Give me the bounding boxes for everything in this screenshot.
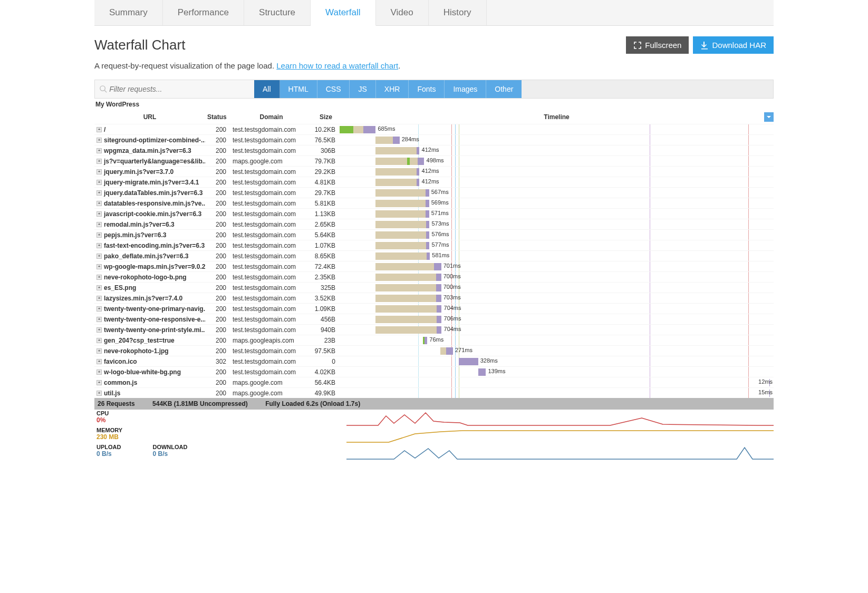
- request-row[interactable]: +twenty-twenty-one-print-style.mi...200t…: [94, 324, 774, 335]
- learn-link[interactable]: Learn how to read a waterfall chart: [276, 61, 398, 70]
- request-row[interactable]: +js?v=quarterly&language=es&lib...200map…: [94, 155, 774, 166]
- expand-icon[interactable]: +: [97, 180, 102, 185]
- size-cell: 56.4KB: [312, 379, 340, 386]
- request-row[interactable]: +favicon.ico302test.testsgdomain.com0328…: [94, 356, 774, 366]
- fullscreen-button[interactable]: Fullscreen: [626, 36, 689, 54]
- expand-icon[interactable]: +: [97, 148, 102, 153]
- network-metric: UPLOAD 0 B/s DOWNLOAD 0 B/s: [94, 443, 774, 460]
- expand-icon[interactable]: +: [97, 190, 102, 196]
- filter-all[interactable]: All: [254, 80, 280, 98]
- expand-icon[interactable]: +: [97, 127, 102, 132]
- expand-icon[interactable]: +: [97, 380, 102, 385]
- request-row[interactable]: +common.js200maps.google.com56.4KB12ms: [94, 377, 774, 387]
- request-row[interactable]: +w-logo-blue-white-bg.png200test.testsgd…: [94, 366, 774, 377]
- request-row[interactable]: +twenty-twenty-one-responsive-e...200tes…: [94, 314, 774, 324]
- url-text: neve-rokophoto-1.jpg: [104, 347, 169, 355]
- tab-waterfall[interactable]: Waterfall: [311, 0, 375, 26]
- timeline-dropdown[interactable]: [764, 112, 774, 122]
- domain-cell: test.testsgdomain.com: [230, 242, 312, 249]
- status-cell: 200: [205, 347, 230, 355]
- expand-icon[interactable]: +: [97, 159, 102, 164]
- expand-icon[interactable]: +: [97, 211, 102, 217]
- expand-icon[interactable]: +: [97, 370, 102, 375]
- download-har-button[interactable]: Download HAR: [693, 36, 774, 54]
- request-row[interactable]: +neve-rokophoto-1.jpg200test.testsgdomai…: [94, 345, 774, 356]
- domain-cell: test.testsgdomain.com: [230, 221, 312, 228]
- timeline-cell: 284ms: [340, 135, 774, 145]
- tab-summary[interactable]: Summary: [94, 0, 163, 25]
- request-row[interactable]: +gen_204?csp_test=true200maps.googleapis…: [94, 335, 774, 345]
- expand-icon[interactable]: +: [97, 391, 102, 396]
- request-row[interactable]: +remodal.min.js?ver=6.3200test.testsgdom…: [94, 219, 774, 229]
- expand-icon[interactable]: +: [97, 306, 102, 312]
- request-row[interactable]: +lazysizes.min.js?ver=7.4.0200test.tests…: [94, 293, 774, 303]
- domain-cell: test.testsgdomain.com: [230, 263, 312, 270]
- expand-icon[interactable]: +: [97, 222, 102, 227]
- expand-icon[interactable]: +: [97, 138, 102, 143]
- filter-images[interactable]: Images: [445, 80, 486, 98]
- timeline-cell: 704ms: [340, 325, 774, 335]
- request-row[interactable]: +jquery.dataTables.min.js?ver=6.3200test…: [94, 187, 774, 198]
- filter-html[interactable]: HTML: [280, 80, 317, 98]
- expand-icon[interactable]: +: [97, 264, 102, 269]
- expand-icon[interactable]: +: [97, 348, 102, 354]
- expand-icon[interactable]: +: [97, 285, 102, 290]
- request-row[interactable]: +neve-rokophoto-logo-b.png200test.testsg…: [94, 271, 774, 282]
- request-row[interactable]: +siteground-optimizer-combined-...200tes…: [94, 134, 774, 145]
- filter-css[interactable]: CSS: [317, 80, 350, 98]
- expand-icon[interactable]: +: [97, 243, 102, 248]
- svg-point-0: [100, 86, 105, 91]
- expand-icon[interactable]: +: [97, 201, 102, 206]
- expand-icon[interactable]: +: [97, 296, 102, 301]
- size-cell: 456B: [312, 316, 340, 323]
- expand-icon[interactable]: +: [97, 169, 102, 174]
- status-cell: 200: [205, 295, 230, 302]
- size-cell: 1.09KB: [312, 305, 340, 313]
- request-row[interactable]: +pako_deflate.min.js?ver=6.3200test.test…: [94, 250, 774, 261]
- size-cell: 3.52KB: [312, 295, 340, 302]
- domain-cell: maps.google.com: [230, 379, 312, 386]
- expand-icon[interactable]: +: [97, 275, 102, 280]
- size-cell: 29.2KB: [312, 168, 340, 176]
- timeline-cell: 577ms: [340, 240, 774, 250]
- request-row[interactable]: +util.js200maps.google.com49.9KB15ms: [94, 387, 774, 398]
- status-cell: 200: [205, 200, 230, 207]
- size-cell: 0: [312, 358, 340, 365]
- tab-history[interactable]: History: [429, 0, 487, 25]
- filter-other[interactable]: Other: [486, 80, 522, 98]
- expand-icon[interactable]: +: [97, 317, 102, 322]
- table-header: URL Status Domain Size Timeline: [94, 110, 774, 124]
- timeline-cell: 76ms: [340, 335, 774, 345]
- request-row[interactable]: +twenty-twenty-one-primary-navig...200te…: [94, 303, 774, 314]
- request-row[interactable]: +/200test.testsgdomain.com10.2KB685ms: [94, 124, 774, 134]
- request-row[interactable]: +es_ES.png200test.testsgdomain.com325B70…: [94, 282, 774, 293]
- expand-icon[interactable]: +: [97, 254, 102, 259]
- expand-icon[interactable]: +: [97, 338, 102, 343]
- tab-structure[interactable]: Structure: [244, 0, 311, 25]
- request-row[interactable]: +javascript-cookie.min.js?ver=6.3200test…: [94, 208, 774, 219]
- tab-performance[interactable]: Performance: [163, 0, 244, 25]
- expand-icon[interactable]: +: [97, 232, 102, 238]
- request-row[interactable]: +wp-google-maps.min.js?ver=9.0.22200test…: [94, 261, 774, 271]
- filter-xhr[interactable]: XHR: [376, 80, 409, 98]
- request-row[interactable]: +jquery.min.js?ver=3.7.0200test.testsgdo…: [94, 166, 774, 177]
- tab-video[interactable]: Video: [376, 0, 429, 25]
- filter-fonts[interactable]: Fonts: [409, 80, 445, 98]
- domain-cell: test.testsgdomain.com: [230, 274, 312, 281]
- expand-icon[interactable]: +: [97, 359, 102, 364]
- request-row[interactable]: +wpgmza_data.min.js?ver=6.3200test.tests…: [94, 145, 774, 155]
- filter-js[interactable]: JS: [350, 80, 375, 98]
- status-cell: 200: [205, 210, 230, 218]
- request-row[interactable]: +datatables-responsive.min.js?ve...200te…: [94, 198, 774, 208]
- request-row[interactable]: +jquery-migrate.min.js?ver=3.4.1200test.…: [94, 177, 774, 187]
- duration-label: 571ms: [431, 210, 449, 216]
- request-row[interactable]: +pepjs.min.js?ver=6.3200test.testsgdomai…: [94, 229, 774, 240]
- url-text: /: [104, 126, 105, 133]
- url-text: wp-google-maps.min.js?ver=9.0.22: [104, 263, 205, 270]
- filter-input[interactable]: [107, 81, 250, 98]
- url-text: remodal.min.js?ver=6.3: [104, 221, 175, 228]
- domain-cell: test.testsgdomain.com: [230, 137, 312, 144]
- request-row[interactable]: +fast-text-encoding.min.js?ver=6.3200tes…: [94, 240, 774, 250]
- expand-icon[interactable]: +: [97, 327, 102, 333]
- duration-label: 704ms: [444, 326, 461, 332]
